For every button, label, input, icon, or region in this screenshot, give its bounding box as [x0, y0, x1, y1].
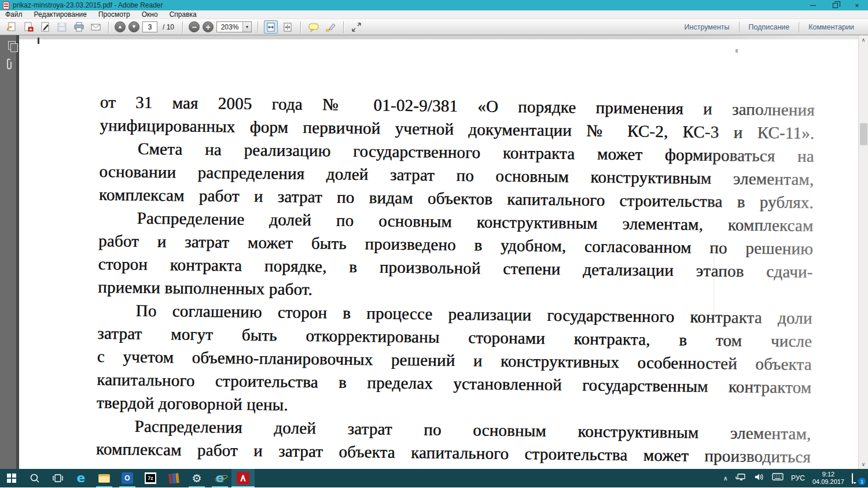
outlook-icon: O [122, 472, 133, 484]
fill-sign-button[interactable] [38, 20, 52, 34]
scroll-down-button[interactable]: ∨ [859, 460, 868, 469]
open-icon [6, 21, 17, 33]
clock[interactable]: 9:12 04.09.2017 [812, 471, 844, 486]
previous-page-button[interactable]: ▲ [115, 21, 126, 32]
taskbar-ie-button[interactable]: e [208, 469, 231, 487]
menu-help[interactable]: Справка [170, 10, 197, 19]
document-page: от 31 мая 2005 года № 01-02-9/381 «О пор… [19, 35, 858, 469]
winrar-icon [168, 473, 179, 484]
toolbar-separator [258, 21, 258, 33]
toolbar: ▲ ▼ / 10 − + 203% ▼ [0, 19, 868, 35]
search-icon [30, 473, 40, 483]
gear-icon: ⚙ [192, 473, 201, 484]
document-text: от 31 мая 2005 года № 01-02-9/381 «О пор… [95, 90, 815, 469]
time-label: 9:12 [812, 471, 844, 478]
next-page-button[interactable]: ▼ [128, 21, 139, 32]
toolbar-separator [182, 21, 183, 33]
save-button[interactable] [55, 20, 69, 34]
restore-button[interactable] [824, 0, 846, 10]
speaker-icon [754, 472, 764, 482]
scan-artifact [735, 49, 738, 53]
create-pdf-button[interactable] [21, 20, 35, 34]
page-total-label: / 10 [163, 23, 174, 31]
paperclip-icon [2, 57, 14, 72]
fit-page-icon [282, 22, 293, 32]
save-icon [56, 21, 68, 33]
show-hidden-icons-button[interactable]: ∧ [723, 475, 728, 482]
email-button[interactable] [89, 20, 102, 34]
taskbar-outlook-button[interactable]: O [116, 469, 139, 487]
zoom-in-button[interactable]: + [203, 21, 214, 32]
action-center-icon [852, 473, 853, 484]
task-view-button[interactable] [46, 469, 69, 487]
taskbar-settings-button[interactable]: ⚙ [185, 469, 208, 487]
restore-icon [833, 3, 838, 8]
zoom-out-button[interactable]: − [189, 21, 200, 32]
minimize-button[interactable] [802, 0, 824, 10]
vertical-scrollbar[interactable]: ∧ ∨ [858, 35, 868, 469]
network-tray-button[interactable] [735, 472, 746, 484]
signing-panel-button[interactable]: Подписание [740, 23, 799, 31]
minimize-icon [810, 5, 816, 6]
toolbar-separator [300, 21, 301, 33]
zoom-level-value: 203% [217, 23, 242, 31]
comments-panel-button[interactable]: Комментарии [799, 23, 863, 31]
highlighter-icon [325, 22, 336, 32]
menu-edit[interactable]: Редактирование [34, 10, 87, 19]
print-button[interactable] [72, 20, 86, 34]
menu-file[interactable]: Файл [5, 10, 23, 19]
taskbar-7zip-button[interactable]: 7z [139, 469, 162, 487]
language-indicator[interactable]: РУС [791, 474, 805, 482]
page-top-edge [19, 35, 858, 39]
highlight-button[interactable] [323, 20, 337, 34]
open-button[interactable] [5, 20, 19, 34]
minus-icon: − [192, 23, 196, 31]
comment-bubble-icon [308, 22, 319, 32]
touch-keyboard-button[interactable] [772, 473, 784, 483]
document-area: от 31 мая 2005 года № 01-02-9/381 «О пор… [0, 35, 868, 469]
scrollbar-thumb[interactable] [860, 123, 867, 145]
zoom-level-select[interactable]: 203% ▼ [216, 21, 252, 32]
menu-window[interactable]: Окно [142, 10, 158, 19]
system-tray: ∧ РУС 9:12 04.09.2017 1 [718, 469, 868, 487]
adobe-reader-icon [237, 472, 249, 485]
page-number-input[interactable] [142, 21, 157, 32]
keyboard-icon [772, 473, 784, 481]
email-icon [90, 21, 102, 33]
taskbar-explorer-button[interactable] [93, 469, 116, 487]
create-pdf-icon [23, 21, 34, 33]
sticky-note-button[interactable] [307, 20, 321, 34]
taskbar-adobe-reader-button[interactable] [231, 469, 255, 487]
edge-icon: e [77, 472, 86, 485]
volume-tray-button[interactable] [754, 472, 764, 484]
tools-panel-button[interactable]: Инструменты [675, 23, 739, 31]
fit-page-button[interactable] [281, 20, 295, 34]
taskbar-search-button[interactable] [23, 469, 46, 487]
start-button[interactable] [0, 469, 23, 487]
reading-mode-button[interactable] [350, 20, 363, 34]
scroll-up-button[interactable]: ∧ [859, 35, 868, 45]
7zip-icon: 7z [145, 472, 156, 484]
close-button[interactable]: × [846, 0, 868, 10]
plus-icon: + [205, 23, 210, 31]
notification-badge: 1 [858, 478, 866, 485]
file-explorer-icon [98, 474, 110, 483]
internet-explorer-icon: e [216, 472, 225, 485]
arrow-down-icon: ▼ [131, 24, 137, 29]
taskbar-edge-button[interactable]: e [69, 469, 93, 487]
menu-view[interactable]: Просмотр [98, 10, 130, 19]
print-icon [73, 21, 84, 33]
chevron-down-icon[interactable]: ▼ [242, 22, 251, 32]
network-icon [735, 472, 746, 482]
scan-crease [713, 241, 715, 316]
navigation-rail [0, 35, 16, 469]
action-center-button[interactable]: 1 [852, 474, 862, 483]
task-view-icon [52, 474, 64, 483]
scan-artifact [38, 38, 39, 44]
attachments-button[interactable] [2, 57, 14, 75]
windows-logo-icon [7, 474, 16, 483]
arrow-up-icon: ▲ [117, 24, 123, 29]
taskbar-winrar-button[interactable] [162, 469, 185, 487]
fit-width-button[interactable] [264, 20, 278, 34]
taskbar: e O 7z ⚙ e ∧ [0, 469, 868, 487]
